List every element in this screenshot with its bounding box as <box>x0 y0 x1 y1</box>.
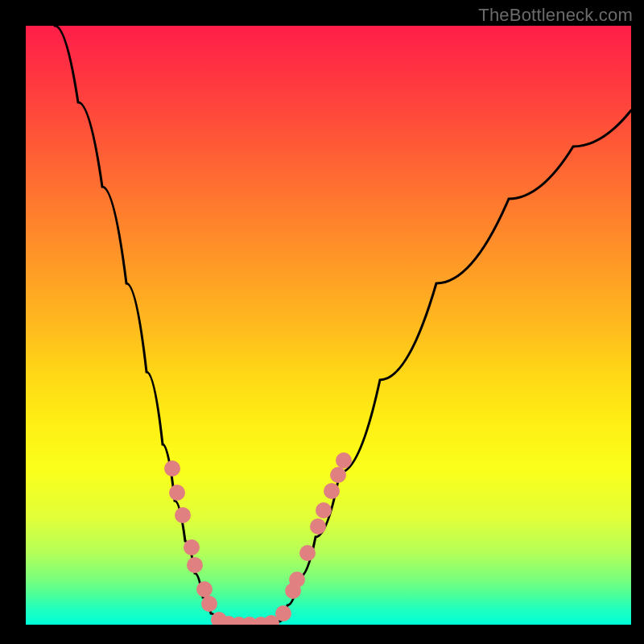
chart-plot-area <box>26 26 631 625</box>
chart-marker-dot <box>184 539 200 555</box>
chart-marker-dot <box>324 483 340 499</box>
chart-marker-dot <box>310 518 326 535</box>
chart-marker-dot <box>336 452 352 469</box>
chart-marker-dot <box>316 502 332 518</box>
chart-marker-dot <box>196 581 213 597</box>
curve-left-branch <box>55 26 219 621</box>
watermark-text: TheBottleneck.com <box>478 5 633 26</box>
chart-svg <box>26 26 631 625</box>
chart-marker-dot <box>275 605 291 621</box>
chart-marker-dot <box>175 507 191 523</box>
chart-marker-dot <box>187 557 203 573</box>
chart-marker-dot <box>164 460 180 477</box>
chart-marker-dot <box>299 545 316 561</box>
chart-marker-dot <box>330 467 346 483</box>
chart-marker-dot <box>201 596 217 612</box>
chart-markers <box>164 452 352 625</box>
curve-right-branch <box>279 110 631 621</box>
chart-marker-dot <box>169 485 185 501</box>
chart-marker-dot <box>289 572 305 588</box>
